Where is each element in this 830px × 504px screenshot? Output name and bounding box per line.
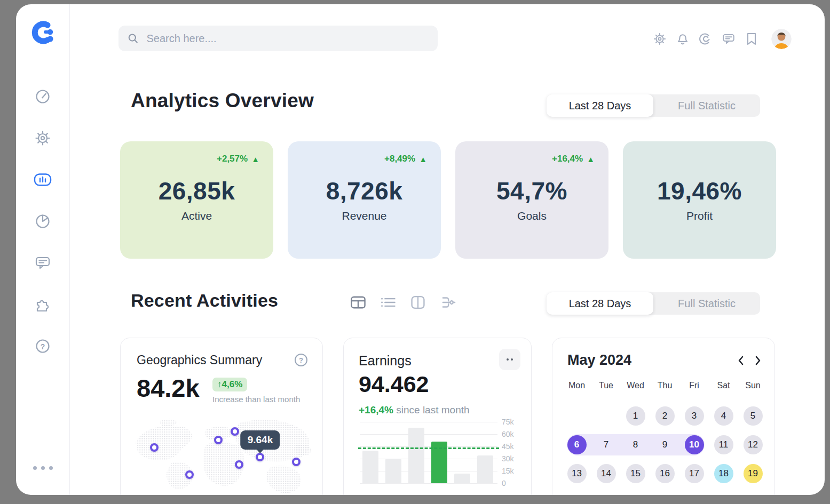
y-tick-label: 0 (502, 479, 523, 487)
y-tick-label: 30k (502, 454, 523, 463)
map-marker[interactable] (235, 460, 243, 469)
calendar-day[interactable]: 17 (679, 459, 709, 488)
earnings-value: 94.462 (359, 371, 429, 397)
calendar-day[interactable]: 15 (621, 459, 650, 488)
stat-value: 54,7% (469, 177, 595, 205)
calendar-day[interactable]: 13 (562, 459, 591, 488)
main-content: Analytics Overview Last 28 Days Full Sta… (70, 4, 825, 495)
calendar-day[interactable]: 16 (650, 459, 679, 488)
flow-view-icon[interactable] (439, 294, 456, 310)
sidebar-item-integrations[interactable] (32, 295, 53, 314)
map-marker[interactable] (231, 427, 239, 436)
stat-change-badge: +2,57%▲ (217, 153, 259, 165)
calendar-day[interactable]: 11 (709, 430, 738, 459)
calendar-day[interactable]: 8 (621, 430, 650, 459)
day-number: 3 (685, 406, 704, 426)
day-number: 2 (655, 406, 675, 426)
stat-label: Active (134, 210, 259, 222)
list-view-icon[interactable] (380, 294, 397, 310)
grid-line (360, 422, 497, 422)
stat-cards: +2,57%▲26,85kActive+8,49%▲8,726kRevenue+… (120, 141, 776, 259)
app-logo-icon[interactable] (30, 19, 57, 46)
day-number: 14 (597, 464, 616, 483)
sidebar-item-help[interactable]: ? (32, 337, 53, 356)
more-options-icon[interactable] (499, 349, 520, 370)
calendar-day[interactable]: 2 (650, 402, 679, 430)
sidebar-more-menu[interactable] (16, 466, 69, 470)
bell-icon[interactable] (675, 31, 690, 46)
bookmark-icon[interactable] (744, 31, 759, 46)
sidebar: ? (16, 4, 70, 495)
analytics-bars-icon (33, 171, 52, 188)
settings-icon[interactable] (652, 31, 667, 46)
up-triangle-icon: ▲ (419, 155, 427, 164)
search-bar (118, 26, 438, 51)
sidebar-item-statistics[interactable] (32, 212, 53, 231)
stat-value: 19,46% (637, 177, 762, 205)
activity-icon[interactable] (698, 31, 713, 46)
pie-chart-icon (34, 213, 51, 230)
day-number: 19 (744, 464, 763, 483)
help-icon[interactable]: ? (294, 353, 309, 367)
world-map-image (128, 411, 316, 495)
chevron-right-icon[interactable] (754, 355, 762, 366)
target-dashed-line (358, 447, 499, 449)
app-window: ? (16, 4, 825, 495)
calendar-dates: 12345678910111213141516171819 (562, 402, 768, 488)
calendar-day[interactable]: 3 (679, 402, 709, 430)
weekday-label: Mon (562, 381, 591, 390)
analytics-period-toggle: Last 28 Days Full Statistic (547, 94, 760, 117)
search-input[interactable] (146, 33, 429, 45)
calendar-day[interactable]: 9 (650, 430, 679, 459)
messages-icon[interactable] (721, 31, 736, 46)
stat-change-badge: +8,49%▲ (384, 153, 427, 165)
chevron-left-icon[interactable] (737, 355, 745, 366)
stat-value: 26,85k (134, 177, 259, 205)
toggle-last-28-days[interactable]: Last 28 Days (547, 292, 653, 315)
grid-view-icon[interactable] (350, 294, 367, 310)
settings-gear-icon (34, 130, 51, 147)
weekday-label: Sun (738, 381, 768, 390)
calendar-day[interactable]: 4 (709, 402, 738, 430)
y-tick-label: 75k (502, 418, 523, 426)
stat-change-value: +2,57% (217, 154, 248, 164)
map-marker[interactable] (292, 458, 301, 466)
calendar-day[interactable]: 12 (738, 430, 768, 459)
map-marker[interactable] (150, 443, 159, 452)
stat-change-value: +8,49% (384, 154, 415, 164)
day-number: 8 (626, 435, 645, 454)
calendar-day[interactable]: 7 (591, 430, 621, 459)
toggle-full-statistic[interactable]: Full Statistic (653, 292, 760, 315)
toggle-full-statistic[interactable]: Full Statistic (653, 94, 760, 117)
sidebar-item-analytics[interactable] (32, 170, 53, 189)
calendar-day[interactable]: 6 (562, 430, 591, 459)
topbar-actions (652, 29, 792, 49)
bar (408, 428, 424, 483)
map-marker[interactable] (214, 436, 223, 444)
calendar-day[interactable]: 14 (591, 459, 621, 488)
calendar-day[interactable]: 5 (738, 402, 768, 430)
sidebar-item-dashboard[interactable] (32, 87, 53, 106)
calendar-day[interactable]: 18 (709, 459, 738, 488)
day-number: 1 (626, 406, 645, 426)
day-number: 10 (685, 435, 704, 454)
earnings-title: Earnings (359, 353, 412, 369)
sidebar-item-settings[interactable] (32, 129, 53, 148)
toggle-last-28-days[interactable]: Last 28 Days (547, 94, 653, 117)
stat-card: +2,57%▲26,85kActive (120, 141, 273, 259)
calendar-day[interactable]: 10 (679, 430, 709, 459)
activity-cards: Geographics Summary ? 84.2k ↑4,6% Increa… (120, 338, 775, 495)
geographics-change-badge: ↑4,6% (212, 378, 247, 391)
calendar-day[interactable]: 1 (621, 402, 650, 430)
columns-view-icon[interactable] (409, 294, 426, 310)
sidebar-item-messages[interactable] (32, 253, 53, 273)
map-marker[interactable] (185, 470, 194, 479)
stat-card: +8,49%▲8,726kRevenue (288, 141, 441, 259)
map-marker[interactable] (256, 453, 264, 461)
up-triangle-icon: ▲ (587, 155, 595, 164)
stat-change-badge: +16,4%▲ (552, 153, 595, 165)
user-avatar[interactable] (771, 29, 792, 49)
calendar-day[interactable]: 19 (738, 459, 768, 488)
day-number: 16 (655, 464, 675, 483)
earnings-change: +16,4% since last month (359, 404, 470, 416)
